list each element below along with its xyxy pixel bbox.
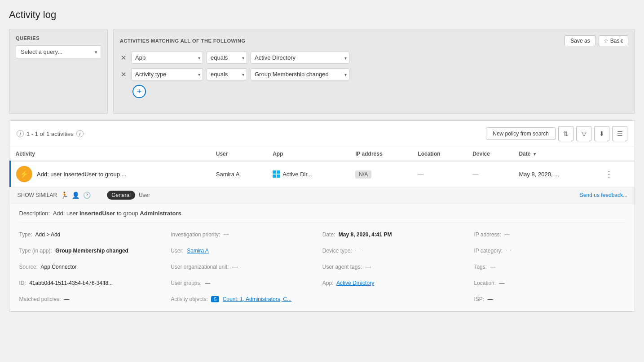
detail-location-label: Location: [474,280,496,286]
description-group: Administrators [140,210,181,217]
query-select[interactable]: Select a query... [16,45,101,58]
detail-grid: Type: Add > Add Investigation priority: … [19,229,626,305]
location-cell: — [412,161,467,187]
detail-user-groups: User groups: — [171,277,322,289]
results-table: Activity User App IP address Location De… [9,147,635,311]
detail-user-agent-tags-label: User agent tags: [322,264,362,270]
filter-remove-btn-1[interactable]: ✕ [120,54,128,62]
col-header-ip: IP address [350,147,412,161]
filter-field-select-1[interactable]: App [131,52,203,64]
feedback-link[interactable]: Send us feedback... [580,192,627,198]
new-policy-button[interactable]: New policy from search [486,127,556,140]
description-prefix: Description: Add: user [19,210,79,217]
app-name: Active Dir... [282,171,312,178]
detail-tags-label: Tags: [474,264,487,270]
download-icon-button[interactable]: ⬇ [594,126,609,141]
detail-location-value: — [499,280,504,286]
detail-user-agent-tags-value: — [365,264,371,270]
results-actions: New policy from search ⇅ ▽ ⬇ ☰ [486,126,627,141]
app-cell-inner: Active Dir... [273,170,344,178]
detail-source-label: Source: [19,264,38,270]
detail-device-type-label: Device type: [322,248,352,254]
filter-operator-select-2[interactable]: equals [207,68,247,80]
svg-rect-3 [277,174,280,178]
table-header-row: Activity User App IP address Location De… [10,147,635,161]
detail-id-value: 41abb0d4-1511-4354-b476-34ff8... [29,280,113,286]
user-similar-icon[interactable]: 👤 [72,192,79,199]
detail-activity-objects: Activity objects: 5 Count: 1, Administra… [171,293,322,305]
detail-user-groups-label: User groups: [171,280,202,286]
detail-user: User: Samira A [171,245,322,257]
detail-ip-category: IP category: — [474,245,626,257]
filter-remove-btn-2[interactable]: ✕ [120,70,128,79]
activity-name: Add: user InsertedUser to group ... [37,171,126,178]
detail-id-label: ID: [19,280,26,286]
filter-icon-button[interactable]: ▽ [576,126,591,141]
basic-button[interactable]: ☆ Basic [599,35,628,46]
detail-type-label: Type: [19,231,32,238]
filter-field-select-2[interactable]: Activity type [131,68,203,80]
clock-similar-icon[interactable]: 🕐 [83,192,91,199]
detail-ip-label: IP address: [474,231,501,238]
windows-icon [273,170,280,178]
queries-panel: QUERIES Select a query... [9,29,108,114]
header-buttons: Save as ☆ Basic [565,35,628,46]
info-icon-2: i [76,130,84,137]
sort-icon: ⇅ [563,130,569,137]
detail-org-unit-label: User organizational unit: [171,264,229,270]
detail-app-value[interactable]: Active Directory [336,280,374,286]
filter-row-1: ✕ App equals Active Directory [120,52,628,64]
activities-panel: ACTIVITIES MATCHING ALL OF THE FOLLOWING… [113,29,635,114]
detail-user-value[interactable]: Samira A [187,248,209,254]
detail-source-value: App Connector [41,264,77,270]
info-icon: i [17,130,24,137]
detail-activity-objects-value[interactable]: Count: 1, Administrators, C... [223,296,291,302]
save-as-button[interactable]: Save as [565,35,595,46]
filter-field-wrapper-1: App [131,52,203,64]
user-tag: User [139,192,150,198]
detail-location: Location: — [474,277,626,289]
detail-date-value: May 8, 2020, 4:41 PM [339,231,392,238]
top-section: QUERIES Select a query... ACTIVITIES MAT… [9,29,635,114]
ip-badge: N/A [355,170,371,179]
detail-type-in-app: Type (in app): Group Membership changed [19,245,171,257]
filter-icon: ▽ [582,130,587,137]
app-cell: Active Dir... [267,161,350,187]
detail-empty [322,293,474,305]
detail-date-label: Date: [322,231,335,238]
filter-value-wrapper-2: Group Membership changed [251,68,349,80]
detail-type-value: Add > Add [35,231,61,238]
download-icon: ⬇ [599,130,604,137]
filter-value-select-2[interactable]: Group Membership changed [251,68,349,80]
results-section: i 1 - 1 of 1 activities i New policy fro… [9,120,635,312]
activity-cell-inner: ⚡ Add: user InsertedUser to group ... [16,166,205,182]
activity-cell: ⚡ Add: user InsertedUser to group ... [10,161,211,187]
sort-icon-button[interactable]: ⇅ [558,126,573,141]
activity-icon: ⚡ [16,166,32,182]
show-similar-label: SHOW SIMILAR [18,192,57,198]
filter-row-2: ✕ Activity type equals Group Membership … [120,68,628,80]
date-sort-indicator: ▾ [534,152,536,157]
more-options-button[interactable]: ⋮ [603,169,615,179]
detail-app: App: Active Directory [322,277,474,289]
general-badge: General [107,191,135,200]
columns-icon-button[interactable]: ☰ [612,126,627,141]
filter-value-select-1[interactable]: Active Directory [251,52,349,64]
svg-rect-0 [273,170,276,174]
detail-type: Type: Add > Add [19,229,171,240]
detail-isp-value: — [487,296,493,302]
col-header-app: App [267,147,350,161]
col-header-date[interactable]: Date ▾ [513,147,597,161]
date-cell: May 8, 2020, ... [513,161,597,187]
user-cell: Samira A [211,161,267,187]
filter-operator-select-1[interactable]: equals [207,52,247,64]
description-row: Description: Add: user InsertedUser to g… [19,210,626,222]
count-text: 1 - 1 of 1 activities [26,131,74,137]
detail-device-type-value: — [355,248,361,254]
table-row[interactable]: ⚡ Add: user InsertedUser to group ... Sa… [10,161,635,187]
add-filter-button[interactable]: + [132,85,146,98]
running-figure-icon[interactable]: 🏃 [61,192,68,199]
detail-user-label: User: [171,248,184,254]
svg-rect-2 [273,174,276,178]
show-similar-bar: SHOW SIMILAR 🏃 👤 🕐 General User Send us … [10,187,635,204]
